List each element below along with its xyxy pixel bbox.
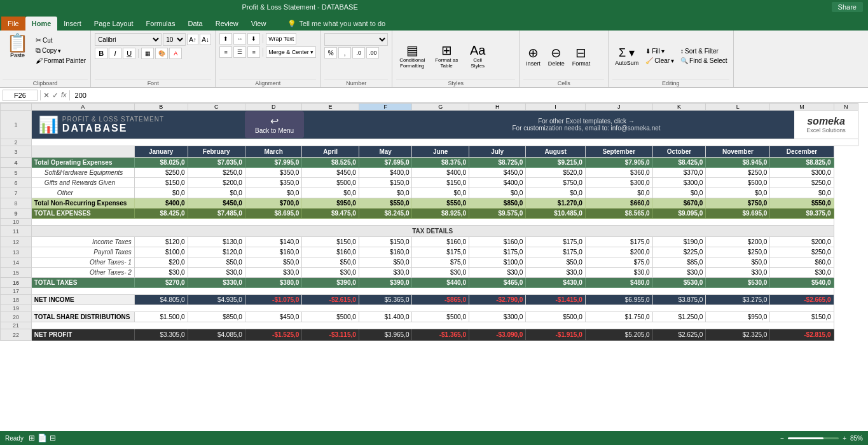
delete-cells-button[interactable]: ⊖ Delete [546, 44, 567, 68]
underline-button[interactable]: U [123, 48, 135, 59]
ready-status: Ready [5, 435, 24, 442]
format-painter-button[interactable]: 🖌Format Painter [34, 56, 88, 65]
copy-button[interactable]: ⧉Copy ▾ [34, 46, 88, 55]
tab-page-layout[interactable]: Page Layout [88, 17, 140, 31]
align-top-button[interactable]: ⬆ [219, 33, 232, 44]
styles-label: Styles [396, 79, 515, 87]
tab-home[interactable]: Home [25, 17, 58, 31]
app-title: Profit & Loss Statement - DATABASE [242, 3, 357, 11]
clear-button[interactable]: 🧹Clear ▾ [644, 57, 676, 65]
number-format-select[interactable] [324, 33, 388, 46]
zoom-slider[interactable] [788, 437, 839, 439]
alignment-label: Alignment [219, 79, 316, 87]
cut-button[interactable]: ✂Cut [34, 36, 88, 45]
soft-hardware-row: 5 Soft&Hardware Equipments $250,0 $250,0… [1, 168, 858, 178]
page-view-icon[interactable]: ⊞ [29, 434, 35, 442]
cell-styles-button[interactable]: Aa CellStyles [465, 42, 490, 71]
increase-decimal-button[interactable]: .0 [352, 47, 365, 58]
total-operating-expenses-row: 4 Total Operating Expenses $8.025,0 $7.0… [1, 158, 858, 168]
banner-subtitle: PROFIT & LOSS STATEMENT [62, 116, 164, 123]
find-select-button[interactable]: 🔍Find & Select [679, 57, 729, 65]
tab-data[interactable]: Data [181, 17, 209, 31]
other-taxes-2-row: 15 Other Taxes- 2 $30,0 $30,0 $30,0 $30,… [1, 268, 858, 278]
insert-function-icon[interactable]: fx [61, 91, 67, 100]
total-taxes-row: 16 TOTAL TAXES $270,0 $330,0 $380,0 $390… [1, 278, 858, 288]
align-center-button[interactable]: ☰ [233, 46, 246, 58]
tab-review[interactable]: Review [209, 17, 245, 31]
other-taxes-1-row: 14 Other Taxes- 1 $20,0 $50,0 $50,0 $50,… [1, 257, 858, 268]
wrap-text-button[interactable]: Wrap Text [266, 33, 296, 44]
italic-button[interactable]: I [109, 48, 121, 59]
income-taxes-row: 12 Income Taxes $120,0 $130,0 $140,0 $15… [1, 237, 858, 247]
banner-title: DATABASE [62, 123, 164, 134]
autosum-button[interactable]: Σ ▾ AutoSum [612, 44, 641, 67]
borders-button[interactable]: ▦ [141, 48, 154, 59]
decrease-font-button[interactable]: A↓ [200, 34, 211, 45]
percent-button[interactable]: % [324, 47, 337, 58]
cell-reference-input[interactable] [3, 90, 38, 101]
format-table-button[interactable]: ⊞ Format asTable [431, 41, 462, 71]
column-headers-row: 3 January February March April May June … [1, 146, 858, 158]
non-recurring-row: 8 Total Non-Recurring Expenses $400,0 $4… [1, 198, 858, 209]
merge-center-button[interactable]: Merge & Center ▾ [266, 46, 316, 58]
font-label: Font [95, 79, 211, 87]
back-to-menu-button[interactable]: ↩ Back to Menu [245, 111, 304, 138]
net-income-row: 18 NET INCOME $4.805,0 $4.935,0 -$1.075,… [1, 295, 858, 305]
align-bottom-button[interactable]: ⬇ [247, 33, 260, 44]
page-layout-icon[interactable]: 📄 [38, 434, 47, 442]
font-color-button[interactable]: A [169, 48, 182, 59]
paste-button[interactable]: 📋 Paste [3, 33, 32, 60]
zoom-in-button[interactable]: + [843, 435, 846, 442]
tab-file[interactable]: File [1, 17, 25, 31]
font-family-select[interactable]: Calibri [95, 33, 162, 46]
font-size-select[interactable]: 10 [163, 33, 186, 46]
format-cells-button[interactable]: ⊟ Format [570, 44, 593, 68]
banner-info: For other Excel templates, click → For c… [513, 118, 661, 132]
tax-details-header-row: 11 TAX DETAILS [1, 226, 858, 237]
page-break-icon[interactable]: ⊟ [50, 434, 56, 442]
zoom-level: 85% [850, 435, 863, 442]
bold-button[interactable]: B [95, 48, 107, 59]
logo-icon: 📊 [38, 115, 59, 135]
comma-button[interactable]: , [338, 47, 351, 58]
net-profit-row: 22 NET PROFIT $3.305,0 $4.085,0 -$1.525,… [1, 329, 858, 341]
align-middle-button[interactable]: ↔ [233, 33, 246, 44]
decrease-decimal-button[interactable]: .00 [366, 47, 379, 58]
someka-logo: someka Excel Solutions [794, 111, 858, 139]
align-left-button[interactable]: ≡ [219, 46, 232, 58]
confirm-formula-icon[interactable]: ✓ [52, 91, 59, 100]
formula-input[interactable] [72, 92, 865, 99]
sort-filter-button[interactable]: ↕Sort & Filter [679, 47, 729, 55]
total-share-distributions-row: 20 TOTAL SHARE DISTRIBUTIONS $1.500,0 $8… [1, 312, 858, 322]
total-expenses-row: 9 TOTAL EXPENSES $8.425,0 $7.485,0 $8.69… [1, 209, 858, 219]
payroll-taxes-row: 13 Payroll Taxes $100,0 $120,0 $160,0 $1… [1, 247, 858, 257]
cancel-formula-icon[interactable]: ✕ [43, 91, 50, 100]
conditional-formatting-button[interactable]: ▤ ConditionalFormatting [396, 41, 428, 71]
tab-insert[interactable]: Insert [57, 17, 88, 31]
number-label: Number [324, 79, 388, 87]
clipboard-label: Clipboard [3, 79, 88, 87]
gifts-row: 6 Gifts and Rewards Given $150,0 $200,0 … [1, 178, 858, 188]
fill-color-button[interactable]: 🎨 [155, 48, 168, 59]
tab-view[interactable]: View [245, 17, 273, 31]
cells-label: Cells [523, 79, 604, 87]
zoom-out-button[interactable]: − [780, 435, 784, 442]
editing-label: Editing [612, 79, 729, 87]
align-right-button[interactable]: ≡ [247, 46, 260, 58]
other-operating-row: 7 Other $0,0 $0,0 $0,0 $0,0 $0,0 $0,0 $0… [1, 188, 858, 198]
tab-formulas[interactable]: Formulas [140, 17, 182, 31]
insert-cells-button[interactable]: ⊕ Insert [523, 44, 543, 68]
banner-row: 1 📊 PROFIT & LOSS STATEMENT DATABASE ↩ B… [1, 111, 858, 139]
share-button[interactable]: Share [832, 2, 863, 12]
fill-button[interactable]: ⬇Fill ▾ [644, 47, 676, 55]
increase-font-button[interactable]: A↑ [187, 34, 198, 45]
tell-me-box[interactable]: 💡 Tell me what you want to do [279, 17, 394, 31]
